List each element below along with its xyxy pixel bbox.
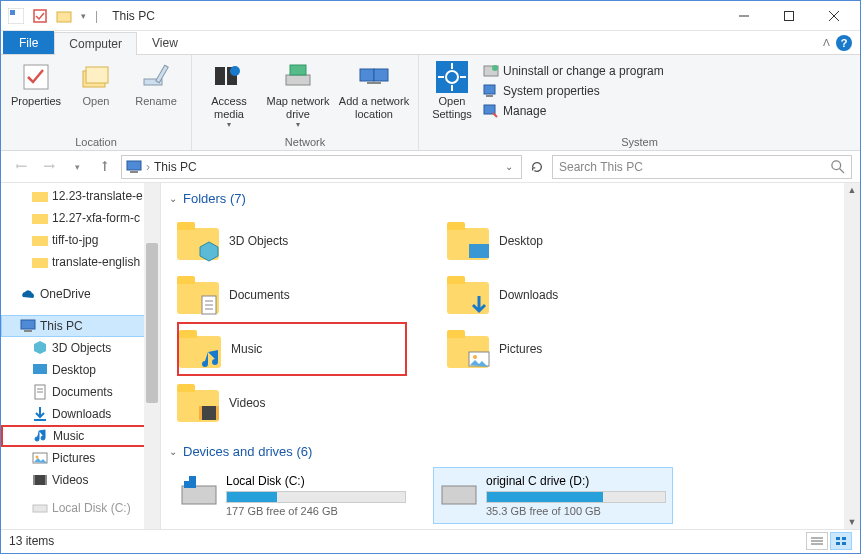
svg-rect-19 (374, 69, 388, 81)
folders-section-header[interactable]: ⌄ Folders (7) (169, 187, 852, 210)
nav-tree: 12.23-translate-e 12.27-xfa-form-c tiff-… (1, 183, 161, 529)
tree-label: Pictures (52, 451, 95, 465)
folder-label: Documents (229, 288, 290, 302)
svg-rect-16 (286, 75, 310, 85)
address-bar[interactable]: › This PC ⌄ (121, 155, 522, 179)
folder-desktop[interactable]: Desktop (447, 214, 677, 268)
qat-app-icon[interactable] (5, 5, 27, 27)
forward-button[interactable]: 🠖 (37, 155, 61, 179)
svg-rect-53 (469, 244, 489, 258)
drive-d[interactable]: original C drive (D:) 35.3 GB free of 10… (433, 467, 673, 524)
svg-rect-13 (215, 67, 225, 85)
tree-item-downloads[interactable]: Downloads (1, 403, 160, 425)
tree-label: Videos (52, 473, 88, 487)
tree-item-music[interactable]: Music (1, 425, 160, 447)
help-icon[interactable]: ? (836, 35, 852, 51)
drives-row: Local Disk (C:) 177 GB free of 246 GB or… (169, 463, 852, 524)
folder-documents[interactable]: Documents (177, 268, 407, 322)
svg-rect-49 (33, 475, 47, 485)
chevron-down-icon: ⌄ (169, 193, 177, 204)
open-settings-button[interactable]: Open Settings (425, 57, 479, 134)
maximize-button[interactable] (766, 1, 811, 31)
drive-name: Local Disk (C:) (226, 474, 406, 488)
folder-downloads[interactable]: Downloads (447, 268, 677, 322)
qat-properties-icon[interactable] (29, 5, 51, 27)
icons-view-button[interactable] (830, 532, 852, 550)
content-scrollbar[interactable]: ▲ ▼ (844, 183, 860, 529)
system-properties-button[interactable]: System properties (479, 81, 668, 101)
back-button[interactable]: 🠔 (9, 155, 33, 179)
access-media-button[interactable]: Access media ▾ (198, 57, 260, 129)
search-input[interactable] (559, 160, 831, 174)
file-tab[interactable]: File (3, 31, 54, 54)
view-tab[interactable]: View (137, 31, 193, 54)
properties-button[interactable]: Properties (7, 57, 65, 108)
address-dropdown-icon[interactable]: ⌄ (501, 161, 517, 172)
qat-newfolder-icon[interactable] (53, 5, 75, 27)
tree-item-thispc[interactable]: This PC (1, 315, 160, 337)
svg-rect-61 (199, 406, 202, 420)
tree-label: 3D Objects (52, 341, 111, 355)
svg-point-59 (473, 355, 477, 359)
tree-item-folder[interactable]: 12.23-translate-e (1, 185, 160, 207)
refresh-button[interactable] (526, 156, 548, 178)
recent-dropdown[interactable]: ▾ (65, 155, 89, 179)
open-button[interactable]: Open (67, 57, 125, 108)
add-location-button[interactable]: Add a network location (336, 57, 412, 120)
drive-bar (226, 491, 406, 503)
tree-item-folder[interactable]: 12.27-xfa-form-c (1, 207, 160, 229)
tree-label: Desktop (52, 363, 96, 377)
uninstall-program-button[interactable]: Uninstall or change a program (479, 61, 668, 81)
folder-pictures[interactable]: Pictures (447, 322, 677, 376)
open-settings-label: Open Settings (425, 95, 479, 120)
folder-3dobjects[interactable]: 3D Objects (177, 214, 407, 268)
drive-c[interactable]: Local Disk (C:) 177 GB free of 246 GB (173, 467, 413, 524)
svg-rect-36 (32, 192, 48, 202)
drives-section-header[interactable]: ⌄ Devices and drives (6) (169, 440, 852, 463)
folder-label: Music (231, 342, 262, 356)
minimize-button[interactable] (721, 1, 766, 31)
folder-videos[interactable]: Videos (177, 376, 407, 430)
rename-button[interactable]: Rename (127, 57, 185, 108)
tree-item-folder[interactable]: tiff-to-jpg (1, 229, 160, 251)
svg-rect-2 (34, 10, 46, 22)
svg-rect-63 (182, 486, 216, 504)
tree-item-folder[interactable]: translate-english (1, 251, 160, 273)
svg-rect-73 (842, 542, 846, 545)
tree-item-videos[interactable]: Videos (1, 469, 160, 491)
open-label: Open (83, 95, 110, 108)
svg-rect-3 (57, 12, 71, 22)
chevron-down-icon: ⌄ (169, 446, 177, 457)
svg-rect-52 (33, 505, 47, 512)
computer-tab[interactable]: Computer (54, 32, 137, 55)
ribbon-group-system: Open Settings Uninstall or change a prog… (419, 55, 860, 150)
tree-item-3dobjects[interactable]: 3D Objects (1, 337, 160, 359)
ribbon-group-location: Properties Open Rename Location (1, 55, 192, 150)
drive-bar (486, 491, 666, 503)
window-controls (721, 1, 856, 31)
manage-button[interactable]: Manage (479, 101, 668, 121)
tree-scrollbar[interactable] (144, 183, 160, 529)
collapse-ribbon-icon[interactable]: ᐱ (823, 37, 830, 48)
map-drive-label: Map network drive (262, 95, 334, 120)
folder-music[interactable]: Music (177, 322, 407, 376)
tree-item-pictures[interactable]: Pictures (1, 447, 160, 469)
svg-point-28 (492, 65, 498, 71)
search-bar[interactable] (552, 155, 852, 179)
title-separator: | (95, 9, 98, 23)
properties-label: Properties (11, 95, 61, 108)
tree-item-documents[interactable]: Documents (1, 381, 160, 403)
close-button[interactable] (811, 1, 856, 31)
tree-item-localdisk[interactable]: Local Disk (C:) (1, 497, 160, 519)
tree-label: translate-english (52, 255, 140, 269)
tree-item-desktop[interactable]: Desktop (1, 359, 160, 381)
search-icon[interactable] (831, 160, 845, 174)
svg-rect-29 (484, 85, 495, 94)
details-view-button[interactable] (806, 532, 828, 550)
svg-rect-71 (842, 537, 846, 540)
qat-dropdown-icon[interactable]: ▾ (77, 5, 89, 27)
up-button[interactable]: 🠕 (93, 155, 117, 179)
svg-line-35 (840, 168, 844, 172)
tree-item-onedrive[interactable]: OneDrive (1, 283, 160, 305)
map-drive-button[interactable]: Map network drive ▾ (262, 57, 334, 129)
